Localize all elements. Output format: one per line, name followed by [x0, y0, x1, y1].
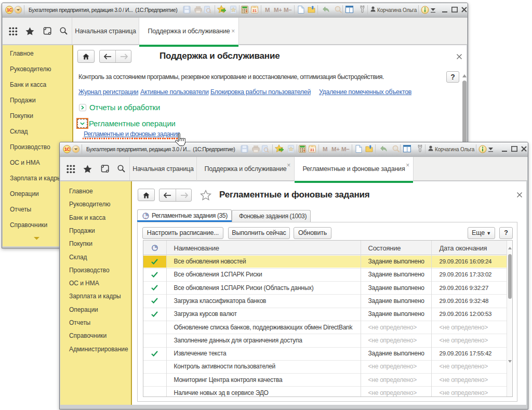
- svg-text:1С: 1С: [64, 147, 71, 152]
- svg-text:31: 31: [252, 8, 257, 13]
- svg-text:1С: 1С: [7, 7, 13, 12]
- svg-text:31: 31: [310, 148, 314, 152]
